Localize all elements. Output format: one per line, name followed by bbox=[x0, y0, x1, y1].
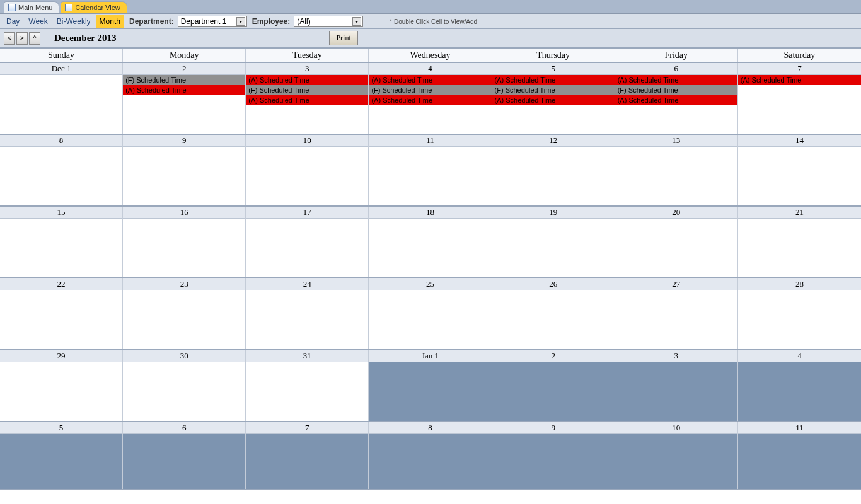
calendar-cell[interactable]: 25 bbox=[369, 278, 492, 349]
cell-date[interactable]: 12 bbox=[492, 135, 615, 147]
cell-body[interactable] bbox=[615, 434, 737, 489]
calendar-event[interactable]: (A) Scheduled Time bbox=[369, 75, 491, 85]
cell-body[interactable] bbox=[0, 147, 122, 205]
calendar-event[interactable]: (A) Scheduled Time bbox=[615, 95, 737, 105]
calendar-cell[interactable]: 6(A) Scheduled Time(F) Scheduled Time(A)… bbox=[615, 63, 738, 134]
calendar-cell[interactable]: 3(A) Scheduled Time(F) Scheduled Time(A)… bbox=[246, 63, 369, 134]
cell-date[interactable]: 10 bbox=[246, 135, 368, 147]
cell-date[interactable]: 17 bbox=[246, 207, 368, 219]
calendar-cell[interactable]: 2(F) Scheduled Time(A) Scheduled Time bbox=[123, 63, 246, 134]
cell-body[interactable] bbox=[738, 290, 861, 349]
cell-date[interactable]: 31 bbox=[246, 350, 368, 362]
cell-date[interactable]: 10 bbox=[615, 422, 737, 434]
view-month-button[interactable]: Month bbox=[96, 15, 124, 28]
calendar-cell[interactable]: 4 bbox=[738, 350, 861, 421]
cell-body[interactable] bbox=[738, 219, 861, 277]
cell-date[interactable]: 2 bbox=[123, 63, 245, 75]
calendar-cell[interactable]: 9 bbox=[123, 135, 246, 205]
cell-body[interactable] bbox=[369, 434, 491, 489]
view-day-button[interactable]: Day bbox=[3, 15, 23, 28]
cell-date[interactable]: 3 bbox=[615, 350, 737, 362]
calendar-cell[interactable]: 3 bbox=[615, 350, 738, 421]
calendar-event[interactable]: (F) Scheduled Time bbox=[369, 85, 491, 95]
cell-body[interactable] bbox=[0, 290, 122, 349]
calendar-cell[interactable]: 12 bbox=[492, 135, 615, 205]
cell-date[interactable]: 27 bbox=[615, 278, 737, 290]
cell-body[interactable] bbox=[369, 219, 491, 277]
cell-date[interactable]: 22 bbox=[0, 278, 122, 290]
cell-body[interactable]: (A) Scheduled Time(F) Scheduled Time(A) … bbox=[492, 75, 615, 134]
cell-date[interactable]: 23 bbox=[123, 278, 245, 290]
cell-body[interactable] bbox=[246, 362, 368, 421]
calendar-cell[interactable]: 8 bbox=[0, 135, 123, 205]
cell-date[interactable]: 9 bbox=[492, 422, 615, 434]
cell-date[interactable]: Jan 1 bbox=[369, 350, 491, 362]
calendar-cell[interactable]: Dec 1 bbox=[0, 63, 123, 134]
calendar-event[interactable]: (A) Scheduled Time bbox=[615, 75, 737, 85]
cell-body[interactable] bbox=[492, 219, 615, 277]
calendar-cell[interactable]: 11 bbox=[738, 422, 861, 489]
calendar-event[interactable]: (F) Scheduled Time bbox=[123, 75, 245, 85]
cell-body[interactable] bbox=[123, 219, 245, 277]
cell-body[interactable] bbox=[0, 434, 122, 489]
cell-body[interactable] bbox=[0, 75, 122, 134]
cell-body[interactable] bbox=[738, 362, 861, 421]
next-button[interactable]: > bbox=[16, 32, 28, 45]
employee-select[interactable]: (All) ▾ bbox=[294, 16, 363, 27]
cell-date[interactable]: 16 bbox=[123, 207, 245, 219]
cell-body[interactable] bbox=[246, 434, 368, 489]
cell-body[interactable] bbox=[123, 147, 245, 205]
calendar-event[interactable]: (A) Scheduled Time bbox=[369, 95, 491, 105]
cell-body[interactable] bbox=[615, 362, 737, 421]
calendar-event[interactable]: (F) Scheduled Time bbox=[246, 85, 368, 95]
cell-date[interactable]: 18 bbox=[369, 207, 491, 219]
cell-body[interactable]: (A) Scheduled Time bbox=[738, 75, 861, 134]
calendar-cell[interactable]: 7(A) Scheduled Time bbox=[738, 63, 861, 134]
calendar-cell[interactable]: 14 bbox=[738, 135, 861, 205]
up-button[interactable]: ^ bbox=[29, 32, 40, 45]
cell-date[interactable]: 19 bbox=[492, 207, 615, 219]
cell-body[interactable] bbox=[615, 219, 737, 277]
cell-body[interactable] bbox=[123, 434, 245, 489]
calendar-event[interactable]: (A) Scheduled Time bbox=[123, 85, 245, 95]
calendar-cell[interactable]: 6 bbox=[123, 422, 246, 489]
cell-body[interactable] bbox=[123, 290, 245, 349]
calendar-cell[interactable]: 15 bbox=[0, 207, 123, 277]
calendar-cell[interactable]: 5(A) Scheduled Time(F) Scheduled Time(A)… bbox=[492, 63, 615, 134]
calendar-cell[interactable]: 27 bbox=[615, 278, 738, 349]
cell-date[interactable]: 29 bbox=[0, 350, 122, 362]
cell-date[interactable]: 11 bbox=[738, 422, 861, 434]
cell-body[interactable]: (F) Scheduled Time(A) Scheduled Time bbox=[123, 75, 245, 134]
cell-date[interactable]: 20 bbox=[615, 207, 737, 219]
calendar-cell[interactable]: 5 bbox=[0, 422, 123, 489]
cell-body[interactable] bbox=[369, 147, 491, 205]
calendar-cell[interactable]: 10 bbox=[246, 135, 369, 205]
print-button[interactable]: Print bbox=[329, 31, 357, 45]
calendar-cell[interactable]: 7 bbox=[246, 422, 369, 489]
calendar-event[interactable]: (F) Scheduled Time bbox=[615, 85, 737, 95]
cell-body[interactable] bbox=[246, 147, 368, 205]
calendar-cell[interactable]: 20 bbox=[615, 207, 738, 277]
view-biweekly-button[interactable]: Bi-Weekly bbox=[53, 15, 95, 28]
calendar-cell[interactable]: 19 bbox=[492, 207, 615, 277]
department-select[interactable]: Department 1 ▾ bbox=[178, 16, 247, 27]
calendar-cell[interactable]: 24 bbox=[246, 278, 369, 349]
cell-body[interactable]: (A) Scheduled Time(F) Scheduled Time(A) … bbox=[369, 75, 491, 134]
tab-calendar-view[interactable]: Calendar View bbox=[61, 1, 127, 13]
calendar-cell[interactable]: 8 bbox=[369, 422, 492, 489]
cell-date[interactable]: 25 bbox=[369, 278, 491, 290]
calendar-cell[interactable]: 28 bbox=[738, 278, 861, 349]
cell-date[interactable]: Dec 1 bbox=[0, 63, 122, 75]
calendar-cell[interactable]: 9 bbox=[492, 422, 615, 489]
calendar-cell[interactable]: 10 bbox=[615, 422, 738, 489]
cell-date[interactable]: 9 bbox=[123, 135, 245, 147]
cell-date[interactable]: 30 bbox=[123, 350, 245, 362]
cell-date[interactable]: 4 bbox=[369, 63, 491, 75]
cell-body[interactable] bbox=[246, 219, 368, 277]
calendar-cell[interactable]: 31 bbox=[246, 350, 369, 421]
calendar-cell[interactable]: Jan 1 bbox=[369, 350, 492, 421]
cell-body[interactable] bbox=[738, 147, 861, 205]
cell-date[interactable]: 14 bbox=[738, 135, 861, 147]
cell-body[interactable] bbox=[492, 362, 615, 421]
tab-main-menu[interactable]: Main Menu bbox=[4, 1, 59, 13]
